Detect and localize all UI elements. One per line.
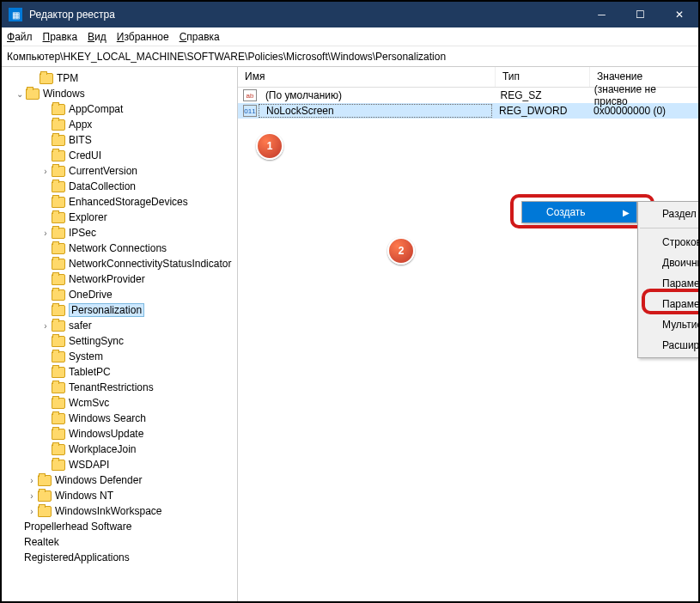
- folder-icon: [52, 212, 65, 223]
- titlebar: ▦ Редактор реестра ─ ☐ ✕: [2, 2, 698, 27]
- ctx-string[interactable]: Строковый параметр: [638, 232, 700, 253]
- tree-item[interactable]: Network Connections: [69, 242, 167, 254]
- folder-icon: [38, 490, 52, 502]
- folder-icon: [52, 119, 65, 131]
- tree-item[interactable]: Explorer: [69, 211, 107, 223]
- expand-icon[interactable]: ›: [40, 321, 52, 331]
- menubar: Файл Правка Вид Избранное Справка: [2, 27, 698, 46]
- col-type[interactable]: Тип: [496, 67, 590, 87]
- tree-item[interactable]: safer: [69, 320, 92, 332]
- folder-icon: [52, 382, 65, 393]
- ctx-dword[interactable]: Параметр DWORD (32 бита): [638, 273, 700, 294]
- address-bar[interactable]: Компьютер\HKEY_LOCAL_MACHINE\SOFTWARE\Po…: [2, 46, 698, 67]
- tree-item[interactable]: OneDrive: [69, 289, 113, 301]
- tree-item[interactable]: WindowsUpdate: [69, 428, 143, 440]
- folder-icon: [52, 289, 65, 301]
- ctx-create[interactable]: Создать▶: [522, 202, 636, 222]
- menu-edit[interactable]: Правка: [43, 31, 78, 43]
- tree-item[interactable]: Realtek: [24, 536, 59, 548]
- app-icon: ▦: [9, 8, 22, 21]
- separator: [640, 228, 700, 228]
- tree-item[interactable]: WcmSvc: [69, 397, 109, 409]
- tree-item[interactable]: Personalization: [69, 303, 144, 317]
- tree-item[interactable]: IPSec: [69, 227, 96, 239]
- annotation-badge: 2: [387, 237, 415, 265]
- folder-icon: [52, 367, 65, 378]
- dword-value-icon: 011: [243, 105, 257, 117]
- ctx-section[interactable]: Раздел: [638, 204, 700, 224]
- tree-item[interactable]: Windows Defender: [55, 474, 142, 486]
- ctx-expand[interactable]: Расширяемый строковый параметр: [638, 335, 700, 356]
- tree-item[interactable]: NetworkConnectivityStatusIndicator: [69, 258, 231, 270]
- folder-icon: [52, 181, 65, 192]
- folder-icon: [38, 506, 52, 517]
- tree-item[interactable]: TenantRestrictions: [69, 381, 154, 393]
- context-submenu: Раздел Строковый параметр Двоичный парам…: [637, 201, 700, 358]
- tree-item[interactable]: BITS: [69, 134, 92, 146]
- folder-icon: [52, 135, 65, 146]
- tree-item[interactable]: CurrentVersion: [69, 165, 137, 177]
- value-name: (По умолчанию): [259, 89, 494, 101]
- tree-item[interactable]: TPM: [57, 72, 78, 84]
- close-button[interactable]: ✕: [660, 2, 698, 27]
- chevron-right-icon: ▶: [623, 208, 630, 217]
- list-row[interactable]: 011 NoLockScreen REG_DWORD 0x00000000 (0…: [238, 103, 698, 119]
- tree-item[interactable]: WSDAPI: [69, 459, 109, 471]
- tree-item[interactable]: Propellerhead Software: [24, 521, 131, 533]
- value-type: REG_DWORD: [492, 105, 587, 117]
- folder-icon: [52, 413, 65, 424]
- string-value-icon: ab: [243, 89, 257, 101]
- tree-item[interactable]: WindowsInkWorkspace: [55, 505, 162, 517]
- value-data: 0x00000000 (0): [587, 105, 673, 117]
- expand-icon[interactable]: ›: [26, 491, 38, 501]
- tree-item[interactable]: TabletPC: [69, 366, 111, 378]
- folder-icon: [52, 336, 65, 347]
- folder-icon: [52, 320, 65, 332]
- tree-item[interactable]: AppCompat: [69, 103, 123, 115]
- tree-item[interactable]: SettingSync: [69, 335, 124, 347]
- tree-item[interactable]: NetworkProvider: [69, 273, 145, 285]
- expand-icon[interactable]: ›: [40, 228, 52, 238]
- folder-icon: [52, 444, 65, 455]
- folder-icon: [40, 73, 53, 84]
- tree-item[interactable]: CredUI: [69, 149, 101, 161]
- tree-item[interactable]: Windows: [43, 88, 85, 100]
- maximize-button[interactable]: ☐: [621, 2, 660, 27]
- list-pane: Имя Тип Значение ab (По умолчанию) REG_S…: [238, 67, 698, 601]
- folder-icon: [26, 88, 40, 100]
- ctx-binary[interactable]: Двоичный параметр: [638, 253, 700, 273]
- folder-icon: [52, 429, 65, 440]
- tree-item[interactable]: Appx: [69, 119, 92, 131]
- ctx-qword[interactable]: Параметр QWORD (64 бита): [638, 294, 700, 314]
- ctx-multi[interactable]: Мультистроковый параметр: [638, 314, 700, 335]
- folder-icon: [52, 305, 65, 316]
- menu-help[interactable]: Справка: [180, 31, 220, 43]
- tree-item[interactable]: WorkplaceJoin: [69, 443, 136, 455]
- menu-file[interactable]: Файл: [7, 31, 33, 43]
- folder-icon: [52, 259, 65, 270]
- col-name[interactable]: Имя: [238, 67, 496, 87]
- expand-icon[interactable]: ›: [26, 476, 38, 485]
- folder-icon: [52, 150, 65, 161]
- minimize-button[interactable]: ─: [582, 2, 621, 27]
- annotation-badge: 1: [256, 132, 283, 160]
- expand-icon[interactable]: ›: [40, 167, 52, 176]
- list-row[interactable]: ab (По умолчанию) REG_SZ (значение не пр…: [238, 88, 698, 103]
- value-type: REG_SZ: [494, 89, 587, 101]
- tree-item[interactable]: Windows NT: [55, 490, 113, 502]
- window-title: Редактор реестра: [29, 9, 582, 21]
- tree-item[interactable]: RegisteredApplications: [24, 551, 130, 563]
- folder-icon: [52, 243, 65, 254]
- tree-item[interactable]: Windows Search: [69, 412, 146, 424]
- folder-icon: [52, 351, 65, 362]
- menu-view[interactable]: Вид: [88, 31, 107, 43]
- collapse-icon[interactable]: ⌄: [14, 89, 26, 99]
- context-menu: Создать▶: [521, 201, 637, 223]
- tree-item[interactable]: EnhancedStorageDevices: [69, 196, 188, 208]
- expand-icon[interactable]: ›: [26, 507, 38, 516]
- tree-item[interactable]: System: [69, 350, 103, 362]
- tree-pane[interactable]: TPM ⌄Windows AppCompatAppxBITSCredUI›Cur…: [2, 67, 238, 601]
- value-data: (значение не присво: [587, 83, 698, 107]
- tree-item[interactable]: DataCollection: [69, 180, 136, 192]
- menu-fav[interactable]: Избранное: [117, 31, 169, 43]
